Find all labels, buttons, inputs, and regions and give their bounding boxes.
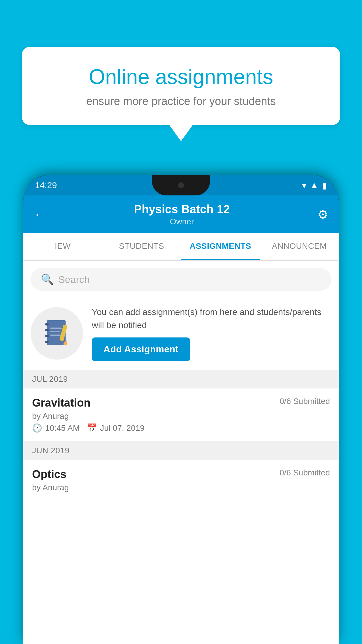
- tab-announcements[interactable]: ANNOUNCEM: [260, 233, 339, 260]
- tabs-container: IEW STUDENTS ASSIGNMENTS ANNOUNCEM: [23, 233, 339, 261]
- assignment-meta-optics: by Anurag: [32, 483, 330, 492]
- battery-icon: ▮: [322, 180, 327, 190]
- bubble-title: Online assignments: [42, 64, 320, 89]
- assignment-item-gravitation[interactable]: Gravitation 0/6 Submitted by Anurag 🕐 10…: [23, 388, 339, 441]
- notebook-icon: [44, 319, 70, 348]
- search-placeholder: Search: [58, 274, 90, 285]
- assignment-time-value: 10:45 AM: [45, 424, 80, 433]
- search-bar[interactable]: 🔍 Search: [31, 268, 331, 291]
- speech-bubble: Online assignments ensure more practice …: [22, 47, 340, 125]
- info-text-block: You can add assignment(s) from here and …: [92, 305, 331, 361]
- clock-icon: 🕐: [32, 423, 42, 433]
- assignment-header: Gravitation 0/6 Submitted: [32, 397, 330, 409]
- app-header: ← Physics Batch 12 Owner ⚙: [23, 195, 339, 233]
- signal-icon: ▲: [310, 180, 319, 190]
- month-divider-jun: JUN 2019: [23, 441, 339, 460]
- back-button[interactable]: ←: [34, 207, 46, 222]
- assignment-time: 🕐 10:45 AM 📅 Jul 07, 2019: [32, 423, 330, 433]
- assignment-meta: by Anurag: [32, 412, 330, 421]
- info-description: You can add assignment(s) from here and …: [92, 305, 331, 332]
- svg-rect-4: [45, 341, 49, 343]
- tab-iew[interactable]: IEW: [23, 233, 102, 260]
- tab-assignments[interactable]: ASSIGNMENTS: [181, 233, 260, 260]
- svg-rect-2: [45, 329, 49, 331]
- phone-frame: 14:29 ▾ ▲ ▮ ← Physics Batch 12 Owner ⚙ I…: [23, 175, 339, 644]
- assignment-date-value: Jul 07, 2019: [100, 424, 145, 433]
- assignment-header-optics: Optics 0/6 Submitted: [32, 468, 330, 481]
- wifi-icon: ▾: [302, 180, 306, 190]
- assignment-item-optics[interactable]: Optics 0/6 Submitted by Anurag: [23, 460, 339, 503]
- bubble-subtitle: ensure more practice for your students: [42, 95, 320, 108]
- status-time: 14:29: [35, 180, 57, 190]
- header-title: Physics Batch 12: [134, 203, 230, 216]
- svg-rect-1: [45, 323, 49, 326]
- header-subtitle: Owner: [134, 217, 230, 226]
- tab-students[interactable]: STUDENTS: [102, 233, 181, 260]
- notch: [152, 175, 210, 195]
- add-assignment-button[interactable]: Add Assignment: [92, 337, 190, 361]
- calendar-icon: 📅: [87, 423, 97, 433]
- assignment-submitted: 0/6 Submitted: [280, 397, 330, 406]
- info-section: You can add assignment(s) from here and …: [23, 297, 339, 370]
- speech-bubble-container: Online assignments ensure more practice …: [22, 47, 340, 141]
- screen-content: 🔍 Search: [23, 261, 339, 644]
- speech-bubble-tail: [169, 125, 193, 141]
- notebook-icon-circle: [31, 307, 83, 360]
- svg-rect-3: [45, 335, 49, 337]
- assignment-submitted-optics: 0/6 Submitted: [280, 468, 330, 477]
- settings-icon[interactable]: ⚙: [317, 207, 328, 222]
- header-center: Physics Batch 12 Owner: [134, 203, 230, 226]
- date-item: 📅 Jul 07, 2019: [87, 423, 145, 433]
- search-icon: 🔍: [41, 273, 54, 286]
- month-divider-jul: JUL 2019: [23, 370, 339, 388]
- assignment-name: Gravitation: [32, 397, 91, 409]
- svg-rect-5: [50, 328, 62, 329]
- svg-rect-7: [50, 335, 61, 336]
- time-item: 🕐 10:45 AM: [32, 423, 80, 433]
- status-icons: ▾ ▲ ▮: [302, 180, 327, 190]
- svg-rect-6: [50, 331, 60, 332]
- assignment-name-optics: Optics: [32, 468, 66, 481]
